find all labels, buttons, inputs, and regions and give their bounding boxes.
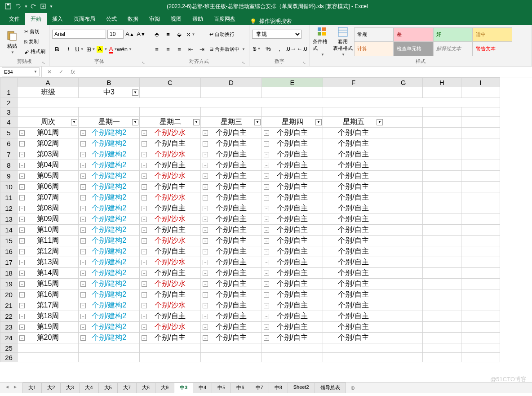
cell[interactable]: −个别/自主 [140, 203, 201, 214]
cell[interactable]: −个别/自主 [262, 279, 323, 289]
outline-collapse-icon[interactable]: − [264, 325, 269, 330]
row-header[interactable]: 12 [0, 203, 18, 214]
cell[interactable]: −个别/沙水 [140, 279, 201, 289]
cell[interactable]: 个别/自主 [323, 333, 384, 343]
cell[interactable]: −个别/自主 [262, 257, 323, 268]
cell[interactable] [423, 138, 461, 149]
tab-home[interactable]: 开始 [25, 13, 47, 25]
outline-collapse-icon[interactable]: − [203, 271, 208, 276]
cell[interactable]: −个别/自主 [262, 225, 323, 236]
cell[interactable] [384, 203, 423, 214]
cell[interactable] [262, 87, 323, 98]
col-header-c[interactable]: C [140, 78, 201, 87]
cell[interactable]: −个别/建构2 [79, 289, 140, 300]
cell[interactable] [262, 343, 323, 353]
cell[interactable] [461, 192, 500, 203]
dialog-launcher-icon[interactable]: ⤡ [141, 59, 146, 64]
outline-collapse-icon[interactable]: − [203, 249, 208, 254]
outline-collapse-icon[interactable]: − [142, 303, 147, 308]
border-button[interactable]: ⊞▼ [86, 44, 96, 54]
outline-collapse-icon[interactable]: − [203, 281, 208, 287]
cell[interactable] [384, 353, 423, 362]
style-bad[interactable]: 差 [394, 27, 433, 42]
cell[interactable]: −个别/自主 [262, 214, 323, 225]
cell[interactable] [18, 98, 500, 107]
cell[interactable] [384, 279, 423, 289]
row-header[interactable]: 9 [0, 171, 18, 182]
outline-collapse-icon[interactable]: − [142, 292, 147, 298]
row-header[interactable]: 2 [0, 98, 18, 107]
cell[interactable] [140, 343, 201, 353]
font-size-select[interactable] [107, 30, 124, 39]
sheet-tab[interactable]: Sheet2 [288, 383, 315, 393]
outline-collapse-icon[interactable]: − [203, 314, 208, 319]
cell[interactable]: −个别/自主 [201, 300, 262, 311]
cell[interactable]: −个别/自主 [262, 311, 323, 322]
cell[interactable]: −个别/自主 [201, 214, 262, 225]
outline-collapse-icon[interactable]: − [80, 217, 86, 222]
outline-collapse-icon[interactable]: − [80, 227, 86, 233]
cell[interactable]: −个别/自主 [201, 182, 262, 192]
outline-collapse-icon[interactable]: − [264, 152, 269, 157]
cell[interactable]: 星期三▼ [201, 117, 262, 128]
cell[interactable]: −个别/建构2 [79, 322, 140, 333]
merge-center-button[interactable]: ⊟合并后居中▼ [208, 44, 246, 53]
cell[interactable]: −个别/自主 [201, 246, 262, 257]
col-header-b[interactable]: B [79, 78, 140, 87]
cell[interactable]: −个别/沙水 [140, 171, 201, 182]
filter-icon[interactable]: ▼ [254, 119, 261, 125]
row-header[interactable]: 20 [0, 289, 18, 300]
outline-collapse-icon[interactable]: − [203, 152, 208, 157]
cell[interactable] [323, 107, 384, 117]
cell[interactable]: 星期四▼ [262, 117, 323, 128]
undo-dropdown-icon[interactable]: ▼ [24, 4, 28, 9]
cell[interactable] [423, 246, 461, 257]
cell[interactable] [201, 107, 262, 117]
outline-collapse-icon[interactable]: − [203, 195, 208, 200]
cell[interactable]: −个别/自主 [262, 171, 323, 182]
cell[interactable]: −第03周 [18, 149, 79, 160]
outline-collapse-icon[interactable]: − [80, 292, 86, 298]
cell[interactable]: −个别/建构2 [79, 128, 140, 138]
outline-collapse-icon[interactable]: − [19, 303, 25, 308]
outline-collapse-icon[interactable]: − [264, 184, 269, 190]
cell[interactable]: −个别/自主 [201, 311, 262, 322]
outline-collapse-icon[interactable]: − [264, 303, 269, 308]
cell[interactable] [423, 300, 461, 311]
sheet-tab[interactable]: 中5 [212, 383, 231, 393]
row-header[interactable]: 3 [0, 107, 18, 117]
format-painter-button[interactable]: 🖌格式刷 [23, 47, 46, 56]
outline-collapse-icon[interactable]: − [19, 260, 25, 265]
number-format-select[interactable]: 常规 [252, 30, 301, 39]
align-center-button[interactable]: ≡ [163, 44, 173, 54]
align-top-button[interactable]: ⬘ [152, 29, 162, 39]
cell[interactable]: −第15周 [18, 279, 79, 289]
cell[interactable]: −个别/自主 [201, 192, 262, 203]
cell[interactable]: −个别/自主 [201, 128, 262, 138]
cell[interactable]: −个别/自主 [262, 268, 323, 279]
outline-collapse-icon[interactable]: − [19, 206, 25, 211]
conditional-format-button[interactable]: 条件格式▼ [313, 27, 332, 57]
outline-collapse-icon[interactable]: − [80, 206, 86, 211]
outline-collapse-icon[interactable]: − [142, 130, 147, 136]
outline-collapse-icon[interactable]: − [203, 303, 208, 308]
cell[interactable] [423, 182, 461, 192]
font-name-select[interactable] [52, 30, 106, 39]
row-header[interactable]: 13 [0, 214, 18, 225]
decrease-decimal-button[interactable]: ←.0 [297, 44, 307, 54]
cell[interactable] [423, 192, 461, 203]
cell[interactable] [423, 353, 461, 362]
cell[interactable] [323, 353, 384, 362]
row-header[interactable]: 4 [0, 117, 18, 128]
cell[interactable] [461, 343, 500, 353]
cell[interactable] [423, 87, 461, 98]
col-header-d[interactable]: D [201, 78, 262, 87]
cell[interactable]: −个别/自主 [201, 322, 262, 333]
row-header[interactable]: 5 [0, 128, 18, 138]
sheet-tab[interactable]: 中8 [269, 383, 288, 393]
comma-button[interactable]: , [275, 44, 284, 54]
outline-collapse-icon[interactable]: − [19, 174, 25, 179]
outline-collapse-icon[interactable]: − [203, 292, 208, 298]
undo-button[interactable] [13, 2, 22, 11]
cell[interactable] [423, 289, 461, 300]
